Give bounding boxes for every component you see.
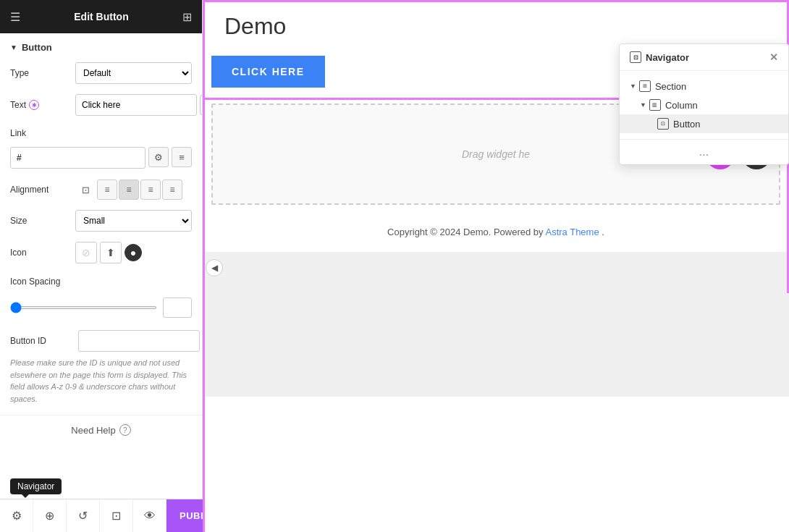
button-id-row: Button ID ≡	[0, 325, 202, 357]
link-label: Link	[10, 128, 75, 138]
page-canvas: ◀ Demo CLICK HERE Drag widget he + ■ Cop…	[203, 0, 789, 532]
icon-circle-btn[interactable]: ●	[125, 244, 142, 261]
left-panel: ☰ Edit Button ⊞ ▼ Button Type Default Pr…	[0, 0, 203, 532]
button-nav-icon: ⊡	[657, 118, 669, 130]
nav-section-label: Section	[655, 81, 686, 92]
selection-border-top	[203, 0, 789, 2]
text-label: Text ✱	[10, 100, 75, 110]
slider-row	[0, 295, 202, 325]
need-help-label: Need Help	[71, 425, 115, 436]
dynamic-icon: ✱	[29, 100, 39, 110]
panel-footer: Need Help ?	[0, 415, 202, 444]
bottom-bar: ⚙ ⊕ ↺ ⊡ 👁 PUBLISH ▲	[0, 499, 203, 532]
nav-item-button[interactable]: ⊡ Button	[620, 114, 788, 133]
align-center-btn[interactable]: ≡	[119, 180, 139, 200]
button-section-header: ▼ Button	[0, 33, 202, 57]
responsive-icon: ⊡	[75, 180, 96, 200]
panel-title: Edit Button	[74, 11, 128, 22]
align-group: ≡ ≡ ≡ ≡	[97, 180, 182, 200]
icon-row: Icon ⊘ ⬆ ●	[0, 237, 202, 269]
link-input-row: ⚙ ≡	[0, 147, 202, 174]
text-row: Text ✱ ≡	[0, 89, 202, 121]
alignment-row: Alignment ⊡ ≡ ≡ ≡ ≡	[0, 174, 202, 205]
copyright-text: Copyright © 2024 Demo. Powered by	[387, 227, 545, 237]
icon-spacing-value[interactable]	[163, 297, 192, 318]
copyright-end: .	[602, 227, 604, 237]
click-here-button[interactable]: CLICK HERE	[211, 56, 325, 88]
section-arrow[interactable]: ▼	[10, 43, 17, 51]
align-left-btn[interactable]: ≡	[97, 180, 117, 200]
drag-text: Drag widget he	[462, 148, 530, 160]
navigator-panel: ⊡ Navigator ✕ ▼ ⊞ Section ▼ ▥ Column	[619, 43, 789, 165]
main-area: ◀ Demo CLICK HERE Drag widget he + ■ Cop…	[203, 0, 789, 532]
type-label: Type	[10, 68, 75, 78]
size-select[interactable]: Small Medium Large	[75, 210, 192, 232]
help-icon: ?	[119, 424, 131, 436]
responsive-icon-btn[interactable]: ⊡	[100, 499, 133, 533]
alignment-control: ⊡ ≡ ≡ ≡ ≡	[75, 180, 192, 200]
alignment-label: Alignment	[10, 185, 75, 195]
icon-group: ⊘ ⬆ ●	[75, 242, 142, 263]
align-justify-btn[interactable]: ≡	[162, 180, 182, 200]
button-id-notice: Please make sure the ID is unique and no…	[0, 357, 202, 415]
icon-spacing-row: Icon Spacing	[0, 269, 202, 295]
hamburger-icon[interactable]: ☰	[10, 10, 20, 24]
slider-wrap	[10, 297, 192, 318]
layers-icon-btn[interactable]: ⊕	[33, 499, 67, 533]
section-label: Button	[22, 42, 52, 53]
size-label: Size	[10, 216, 75, 226]
link-input[interactable]	[10, 147, 145, 169]
nav-button-label: Button	[673, 119, 701, 130]
button-id-label: Button ID	[10, 336, 75, 346]
navigator-panel-title: Navigator	[646, 52, 689, 63]
type-select[interactable]: Default Primary Secondary	[75, 62, 192, 84]
history-icon-btn[interactable]: ↺	[67, 499, 100, 533]
need-help[interactable]: Need Help ?	[10, 424, 192, 436]
section-icon: ⊞	[639, 80, 651, 92]
column-expand-arrow: ▼	[640, 101, 646, 109]
settings-icon-btn[interactable]: ⚙	[0, 499, 33, 533]
navigator-tooltip: Navigator	[10, 478, 62, 494]
collapse-arrow[interactable]: ◀	[206, 259, 223, 276]
align-right-btn[interactable]: ≡	[140, 180, 161, 200]
icon-spacing-slider[interactable]	[10, 306, 157, 309]
icon-spacing-label: Icon Spacing	[10, 276, 75, 287]
navigator-close-btn[interactable]: ✕	[769, 51, 778, 63]
nav-tree: ▼ ⊞ Section ▼ ▥ Column ⊡ Button	[620, 71, 788, 139]
size-row: Size Small Medium Large	[0, 205, 202, 237]
navigator-header: ⊡ Navigator ✕	[620, 44, 788, 71]
icon-upload-btn[interactable]: ⬆	[100, 242, 122, 263]
type-control: Default Primary Secondary	[75, 62, 192, 84]
icon-label: Icon	[10, 248, 75, 258]
text-align-icon[interactable]: ≡	[200, 95, 202, 115]
panel-body: ▼ Button Type Default Primary Secondary …	[0, 33, 202, 532]
nav-item-section[interactable]: ▼ ⊞ Section	[620, 77, 788, 96]
navigator-panel-icon: ⊡	[630, 51, 641, 63]
icon-control: ⊘ ⬆ ●	[75, 242, 192, 263]
nav-item-column[interactable]: ▼ ▥ Column	[620, 96, 788, 114]
column-icon: ▥	[649, 99, 661, 111]
bottom-bar-icons: ⚙ ⊕ ↺ ⊡ 👁	[0, 499, 166, 533]
nav-column-label: Column	[665, 100, 698, 111]
type-row: Type Default Primary Secondary	[0, 57, 202, 89]
icon-none-btn[interactable]: ⊘	[75, 242, 97, 263]
preview-icon-btn[interactable]: 👁	[133, 499, 166, 533]
page-title: Demo	[203, 0, 789, 47]
link-row: Link	[0, 121, 202, 147]
link-dynamic-icon[interactable]: ≡	[172, 147, 192, 167]
size-control: Small Medium Large	[75, 210, 192, 232]
link-settings-icon[interactable]: ⚙	[148, 147, 169, 167]
button-id-input[interactable]	[78, 330, 200, 352]
copyright-section: Copyright © 2024 Demo. Powered by Astra …	[203, 212, 789, 252]
gray-section	[203, 252, 789, 397]
text-input[interactable]	[75, 94, 197, 116]
grid-icon[interactable]: ⊞	[182, 10, 192, 24]
text-control: ≡	[75, 94, 202, 116]
section-expand-arrow: ▼	[630, 83, 636, 90]
astra-theme-link[interactable]: Astra Theme	[545, 227, 599, 237]
panel-header: ☰ Edit Button ⊞	[0, 0, 202, 33]
nav-dots: ...	[620, 139, 788, 164]
navigator-header-left: ⊡ Navigator	[630, 51, 689, 63]
